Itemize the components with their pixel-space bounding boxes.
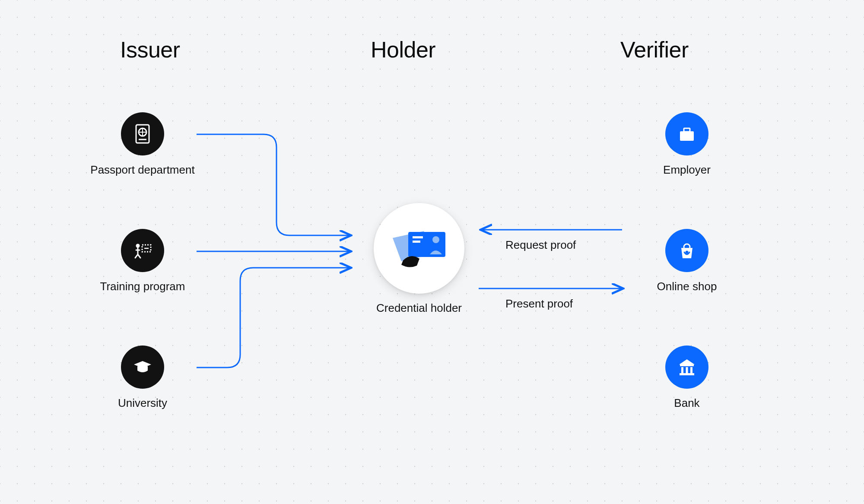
verifier-node-shop: Online shop	[639, 229, 734, 293]
passport-icon	[121, 112, 164, 155]
flow-label-request: Request proof	[505, 238, 576, 252]
verifier-node-bank: Bank	[639, 346, 734, 410]
diagram-canvas: Issuer Holder Verifier Passport departme…	[0, 0, 864, 504]
svg-rect-11	[413, 241, 420, 243]
verifier-node-employer: Employer	[639, 112, 734, 177]
svg-rect-21	[680, 373, 694, 375]
svg-rect-10	[413, 236, 423, 238]
credential-card-icon	[374, 203, 464, 294]
issuer-label: Training program	[100, 280, 185, 293]
svg-point-12	[432, 236, 439, 243]
verifier-label: Online shop	[657, 280, 717, 293]
svg-rect-20	[690, 367, 692, 373]
holder-label: Credential holder	[376, 301, 462, 315]
briefcase-icon	[665, 112, 708, 155]
issuer-label: University	[118, 396, 167, 410]
bank-icon	[665, 346, 708, 389]
presentation-icon	[121, 229, 164, 272]
heading-issuer: Issuer	[120, 37, 180, 63]
svg-rect-18	[681, 367, 683, 373]
shopping-bag-icon	[665, 229, 708, 272]
svg-rect-19	[686, 367, 688, 373]
issuer-node-training: Training program	[86, 229, 199, 293]
issuer-node-passport: Passport department	[86, 112, 199, 177]
flow-label-present: Present proof	[505, 297, 573, 311]
heading-holder: Holder	[371, 37, 435, 63]
svg-rect-13	[680, 131, 694, 141]
svg-rect-17	[680, 365, 694, 366]
issuer-node-university: University	[86, 346, 199, 410]
graduation-icon	[121, 346, 164, 389]
holder-node: Credential holder	[363, 203, 475, 315]
verifier-label: Bank	[674, 396, 699, 410]
verifier-label: Employer	[663, 163, 711, 177]
svg-rect-14	[684, 128, 690, 132]
heading-verifier: Verifier	[620, 37, 689, 63]
issuer-label: Passport department	[90, 163, 194, 177]
